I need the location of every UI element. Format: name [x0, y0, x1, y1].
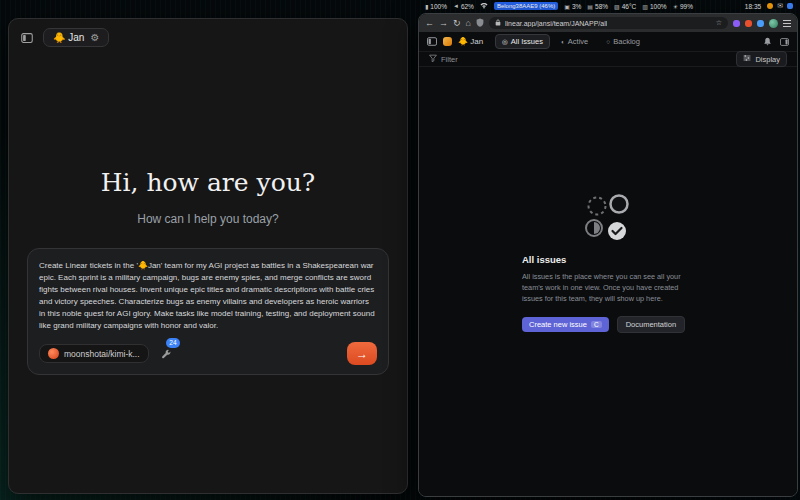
team-breadcrumb[interactable]: 🐥 Jan	[458, 37, 483, 46]
model-logo-icon	[48, 348, 59, 359]
browser-menu-icon[interactable]	[783, 20, 791, 27]
filter-icon	[429, 54, 437, 64]
active-icon: ◐	[561, 38, 565, 45]
linear-sidebar-toggle-icon[interactable]	[427, 37, 437, 46]
tab-label: Active	[568, 37, 588, 46]
network-badge[interactable]: Belong38AAE9 (46%)	[494, 2, 558, 10]
filter-label: Filter	[441, 55, 458, 64]
header-actions	[763, 37, 789, 46]
tab-label: All Issues	[511, 37, 543, 46]
volume-indicator: ◄ 62%	[453, 3, 474, 10]
display-label: Display	[755, 55, 780, 64]
system-status-bar: ▮ 100% ◄ 62% Belong38AAE9 (46%) ▣ 3% ▤ 5…	[420, 0, 798, 12]
send-arrow-icon: →	[356, 347, 368, 361]
browser-toolbar: ← → ↻ ⌂ linear.app/jansi/team/JANAPP/all…	[419, 14, 797, 32]
greeting-subtitle: How can I help you today?	[9, 212, 407, 226]
extension-icon[interactable]	[757, 20, 764, 27]
view-tabs: ◎ All Issues ◐ Active ○ Backlog	[495, 34, 647, 49]
tab-backlog[interactable]: ○ Backlog	[599, 34, 647, 49]
back-icon[interactable]: ←	[425, 19, 434, 28]
reload-icon[interactable]: ↻	[453, 19, 461, 28]
brightness-icon: ☀	[673, 3, 678, 10]
url-text: linear.app/jansi/team/JANAPP/all	[505, 20, 607, 27]
empty-state-actions: Create new issue C Documentation	[522, 316, 694, 333]
temperature-value: 46°C	[622, 3, 637, 10]
disk-value: 100%	[650, 3, 667, 10]
volume-icon: ◄	[453, 3, 459, 9]
battery-value: 100%	[430, 3, 447, 10]
system-tray: ✉	[767, 2, 793, 10]
tab-active[interactable]: ◐ Active	[554, 34, 595, 49]
create-issue-label: Create new issue	[529, 320, 587, 329]
home-icon[interactable]: ⌂	[466, 19, 471, 28]
display-button[interactable]: Display	[736, 51, 787, 67]
memory-indicator: ▤ 58%	[587, 3, 608, 10]
team-selector[interactable]: 🐥 Jan ⚙	[43, 28, 109, 47]
empty-state-description: All issues is the place where you can se…	[522, 271, 694, 305]
tray-app-icon[interactable]	[787, 3, 793, 9]
battery-icon: ▮	[425, 3, 428, 10]
linear-app: 🐥 Jan ◎ All Issues ◐ Active ○ Backlog	[419, 32, 797, 496]
right-panel-icon[interactable]	[780, 38, 789, 46]
tray-notification-icon[interactable]	[767, 3, 773, 9]
volume-value: 62%	[461, 3, 474, 10]
workspace-avatar[interactable]	[443, 37, 452, 46]
chat-window: 🐥 Jan ⚙ Hi, how are you? How can I help …	[8, 18, 408, 494]
chat-input[interactable]: Create Linear tickets in the '🐥Jan' team…	[39, 260, 377, 332]
memory-value: 58%	[595, 3, 608, 10]
disk-icon: ▥	[642, 3, 648, 10]
empty-state-title: All issues	[522, 254, 694, 265]
create-new-issue-button[interactable]: Create new issue C	[522, 317, 609, 332]
profile-avatar[interactable]	[769, 19, 778, 28]
tab-all-issues[interactable]: ◎ All Issues	[495, 34, 550, 49]
chat-input-card[interactable]: Create Linear tickets in the '🐥Jan' team…	[27, 248, 389, 375]
battery-indicator: ▮ 100%	[425, 3, 447, 10]
extension-icon[interactable]	[733, 20, 740, 27]
thermometer-icon: ▨	[614, 3, 620, 10]
team-label: 🐥 Jan	[53, 32, 84, 43]
linear-content: All issues All issues is the place where…	[419, 67, 797, 496]
address-bar[interactable]: linear.app/jansi/team/JANAPP/all ☆	[489, 17, 728, 29]
mail-icon[interactable]: ✉	[777, 2, 783, 10]
bookmark-star-icon[interactable]: ☆	[716, 19, 722, 27]
linear-header: 🐥 Jan ◎ All Issues ◐ Active ○ Backlog	[419, 32, 797, 51]
forward-icon[interactable]: →	[439, 19, 448, 28]
greeting-title: Hi, how are you?	[9, 168, 407, 197]
filter-bar: Filter Display	[419, 51, 797, 67]
cpu-value: 3%	[572, 3, 581, 10]
empty-state: All issues All issues is the place where…	[522, 194, 694, 334]
documentation-button[interactable]: Documentation	[617, 316, 685, 333]
wifi-icon	[480, 2, 488, 10]
model-selector[interactable]: moonshotai/kimi-k...	[39, 344, 149, 363]
extension-icon[interactable]	[745, 20, 752, 27]
memory-icon: ▤	[587, 3, 593, 10]
tools-button[interactable]: 24	[161, 345, 171, 363]
lock-icon	[495, 19, 501, 27]
filter-button[interactable]: Filter	[429, 54, 458, 64]
sliders-icon	[743, 54, 751, 64]
gear-icon[interactable]: ⚙	[90, 32, 99, 43]
brightness-value: 99%	[680, 3, 693, 10]
chat-input-footer: moonshotai/kimi-k... 24 →	[39, 342, 377, 365]
browser-window: ← → ↻ ⌂ linear.app/jansi/team/JANAPP/all…	[418, 13, 798, 497]
clock: 18:35	[745, 3, 761, 10]
tools-count-badge: 24	[166, 338, 179, 349]
tab-label: Backlog	[613, 37, 640, 46]
all-issues-icon: ◎	[502, 38, 508, 46]
disk-indicator: ▥ 100%	[642, 3, 666, 10]
cpu-icon: ▣	[564, 3, 570, 10]
shield-icon[interactable]	[476, 18, 484, 29]
backlog-icon: ○	[606, 38, 610, 45]
notifications-bell-icon[interactable]	[763, 37, 772, 46]
shortcut-key-badge: C	[591, 321, 602, 328]
sidebar-toggle-icon[interactable]	[21, 33, 33, 43]
chat-titlebar: 🐥 Jan ⚙	[9, 19, 407, 56]
brightness-indicator: ☀ 99%	[673, 3, 693, 10]
chat-welcome: Hi, how are you? How can I help you toda…	[9, 168, 407, 226]
model-label: moonshotai/kimi-k...	[64, 349, 140, 359]
send-button[interactable]: →	[347, 342, 377, 365]
desktop: 🐥 Jan ⚙ Hi, how are you? How can I help …	[0, 0, 800, 500]
temperature-indicator: ▨ 46°C	[614, 3, 636, 10]
cpu-indicator: ▣ 3%	[564, 3, 581, 10]
issue-status-illustration	[580, 194, 636, 242]
